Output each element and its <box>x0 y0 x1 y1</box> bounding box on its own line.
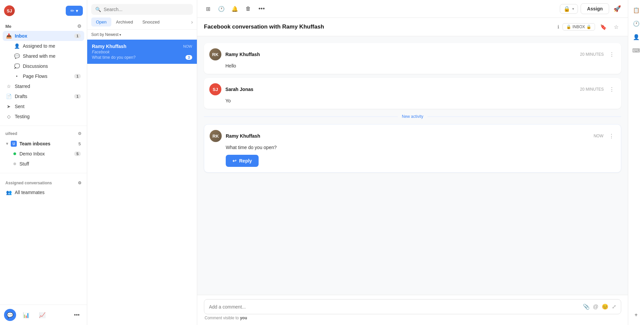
sidebar-item-assigned-to-me[interactable]: 👤 Assigned to me <box>11 41 84 51</box>
right-panel-icon-1[interactable]: 📋 <box>630 4 642 16</box>
stuff-label: Stuff <box>19 161 29 167</box>
conv-header: Ramy Khuffash NOW <box>92 44 192 49</box>
assigned-icon: 👤 <box>14 43 19 49</box>
conversation-item[interactable]: Ramy Khuffash NOW Facebook What time do … <box>87 40 197 64</box>
sidebar-item-shared-with-me[interactable]: 💬 Shared with me <box>11 51 84 61</box>
msg3-body: What time do you open? <box>210 145 615 150</box>
trash-icon[interactable]: 🗑 <box>243 3 254 14</box>
page-flows-label: Page Flows <box>23 74 47 79</box>
team-inboxes-label: Team inboxes <box>19 141 50 146</box>
discussions-label: Discussions <box>23 63 48 69</box>
sidebar-item-stuff[interactable]: Stuff <box>3 159 84 169</box>
star-icon: ☆ <box>6 84 11 89</box>
testing-icon: ◇ <box>6 114 11 119</box>
clock-icon[interactable]: 🕐 <box>216 3 227 14</box>
msg3-time: NOW <box>594 134 603 138</box>
sort-bar[interactable]: Sort by Newest ▾ <box>87 30 197 40</box>
assign-button[interactable]: Assign <box>581 3 609 14</box>
archive-icon[interactable]: ⊞ <box>203 3 213 14</box>
sidebar: SJ ✏ ▾ Me ⚙ 📥 Inbox 1 👤 Assigned to me 💬… <box>0 0 87 325</box>
workspace-gear-icon[interactable]: ⚙ <box>78 131 82 136</box>
sidebar-item-testing[interactable]: ◇ Testing <box>3 111 84 122</box>
drafts-icon: 📄 <box>6 94 11 99</box>
sidebar-item-demo-inbox[interactable]: Demo Inbox 5 <box>3 149 84 159</box>
attachment-icon[interactable]: 📎 <box>583 304 590 310</box>
msg3-menu-icon[interactable]: ⋮ <box>607 133 615 139</box>
sidebar-item-sent[interactable]: ➤ Sent <box>3 101 84 111</box>
comment-input[interactable] <box>209 304 580 310</box>
expand-icon[interactable]: ⤢ <box>612 304 616 310</box>
tab-open[interactable]: Open <box>91 17 111 27</box>
right-panel-icon-2[interactable]: 🕐 <box>630 17 642 30</box>
msg1-menu-icon[interactable]: ⋮ <box>608 51 616 58</box>
team-inboxes-header[interactable]: ▾ U Team inboxes 5 <box>3 139 84 149</box>
launch-icon[interactable]: 🚀 <box>612 3 623 14</box>
assigned-gear-icon[interactable]: ⚙ <box>78 181 82 185</box>
sidebar-item-starred[interactable]: ☆ Starred <box>3 81 84 91</box>
bell-icon[interactable]: 🔔 <box>229 3 240 14</box>
msg2-time: 20 MINUTES <box>580 87 604 92</box>
drafts-label: Drafts <box>15 94 27 99</box>
sidebar-item-page-flows[interactable]: • Page Flows 1 <box>11 71 84 81</box>
inbox-bottom-icon[interactable]: 💬 <box>4 309 16 321</box>
right-panel: 📋 🕐 👤 ⌨ + <box>628 0 644 325</box>
info-icon[interactable]: ℹ <box>557 24 559 30</box>
sidebar-item-discussions[interactable]: 💭 Discussions <box>11 61 84 71</box>
me-section: Me ⚙ 📥 Inbox 1 👤 Assigned to me 💬 Shared… <box>0 20 87 123</box>
at-icon[interactable]: @ <box>593 304 598 310</box>
tab-snoozed[interactable]: Snoozed <box>138 17 164 27</box>
assigned-section: Assigned conversations ⚙ 👥 All teammates <box>0 176 87 200</box>
me-gear-icon[interactable]: ⚙ <box>77 24 82 29</box>
new-activity-label: New activity <box>402 114 423 119</box>
right-panel-icon-3[interactable]: 👤 <box>630 31 642 43</box>
bookmark-icon[interactable]: 🔖 <box>598 22 608 32</box>
filter-arrow-icon[interactable]: › <box>191 19 193 25</box>
assigned-label: Assigned to me <box>23 43 55 49</box>
pencil-icon: ✏ <box>70 8 74 13</box>
right-panel-icon-4[interactable]: ⌨ <box>630 44 642 56</box>
msg1-sender: Ramy Khuffash <box>225 52 576 57</box>
sidebar-item-drafts[interactable]: 📄 Drafts 1 <box>3 91 84 101</box>
search-input[interactable] <box>104 7 189 12</box>
conversation-title-bar: Facebook conversation with Ramy Khuffash… <box>197 18 628 36</box>
sidebar-item-all-teammates[interactable]: 👥 All teammates <box>3 187 84 197</box>
inbox-badge-lock2: 🔒 <box>586 25 591 29</box>
search-bar: 🔍 <box>87 0 197 17</box>
conversation-title: Facebook conversation with Ramy Khuffash <box>204 24 554 30</box>
workspace-header: uifeed ⚙ <box>0 129 87 137</box>
comment-visible-you: you <box>240 316 247 320</box>
demo-badge: 5 <box>74 151 81 156</box>
star-title-icon[interactable]: ☆ <box>611 22 621 32</box>
more-options-icon[interactable]: ••• <box>256 3 267 14</box>
lock-dropdown[interactable]: 🔒 ▾ <box>560 4 578 14</box>
msg2-menu-icon[interactable]: ⋮ <box>608 86 616 93</box>
me-header: Me ⚙ <box>3 21 84 31</box>
message-header-3: RK Ramy Khuffash NOW ⋮ <box>210 130 615 142</box>
reply-button[interactable]: ↩ Reply <box>226 155 259 167</box>
avatar-ramy-1: RK <box>209 48 221 60</box>
lock-icon: 🔒 <box>564 6 570 12</box>
inbox-badge: 1 <box>74 34 81 38</box>
stats-icon[interactable]: 📈 <box>36 309 48 321</box>
team-count: 5 <box>78 141 81 146</box>
teammates-icon: 👥 <box>6 190 11 195</box>
assign-label: Assign <box>587 6 603 11</box>
avatar: SJ <box>4 5 15 16</box>
conv-badge: 3 <box>185 55 192 60</box>
emoji-icon[interactable]: 😊 <box>602 304 608 310</box>
demo-online-dot <box>13 152 16 155</box>
page-flows-badge: 1 <box>74 74 81 79</box>
inbox-badge-label: INBOX <box>573 25 585 29</box>
conv-footer: What time do you open? 3 <box>92 55 192 60</box>
inbox-lock-icon: 🔒 <box>566 25 571 29</box>
shared-icon: 💬 <box>14 53 19 59</box>
sidebar-item-inbox[interactable]: 📥 Inbox 1 <box>3 31 84 41</box>
reports-icon[interactable]: 📊 <box>20 309 32 321</box>
inbox-badge[interactable]: 🔒 INBOX 🔒 <box>562 23 595 31</box>
tab-archived[interactable]: Archived <box>111 17 138 27</box>
compose-button[interactable]: ✏ ▾ <box>66 6 83 16</box>
right-panel-add-icon[interactable]: + <box>630 309 642 321</box>
divider-line-left <box>204 117 398 117</box>
me-label: Me <box>5 24 11 29</box>
more-icon[interactable]: ••• <box>71 309 83 321</box>
